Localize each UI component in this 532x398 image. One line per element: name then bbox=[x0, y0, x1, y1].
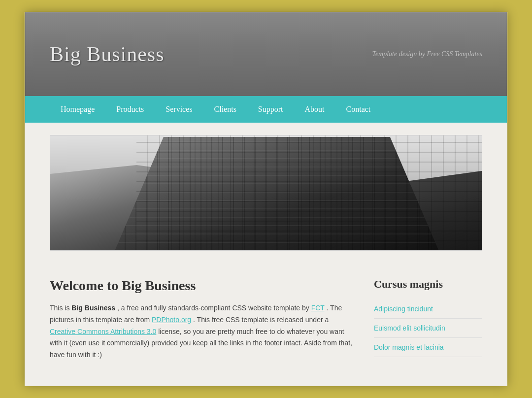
sidebar-item-1[interactable]: Adipiscing tincidunt bbox=[374, 299, 482, 319]
nav-link-homepage[interactable]: Homepage bbox=[50, 96, 105, 123]
creative-commons-link[interactable]: Creative Commons Attributions 3.0 bbox=[50, 328, 156, 335]
paragraph-intro: This is bbox=[50, 304, 71, 312]
nav-list: Homepage Products Services Clients Suppo… bbox=[50, 96, 482, 123]
paragraph-part1: , a free and fully standards-compliant C… bbox=[117, 304, 311, 312]
nav-link-clients[interactable]: Clients bbox=[203, 96, 247, 123]
paragraph-part3: . This free CSS template is released und… bbox=[193, 316, 329, 324]
site-tagline: Template design by Free CSS Templates bbox=[372, 50, 482, 58]
main-nav: Homepage Products Services Clients Suppo… bbox=[25, 96, 507, 123]
sidebar-link-2[interactable]: Euismod elit sollicitudin bbox=[374, 324, 445, 332]
pdphoto-link[interactable]: PDPhoto.org bbox=[152, 316, 191, 324]
bold-site-name: Big Business bbox=[71, 304, 115, 312]
building-shape bbox=[115, 137, 438, 250]
page-wrapper: Big Business Template design by Free CSS… bbox=[25, 12, 507, 386]
sidebar-item-2[interactable]: Euismod elit sollicitudin bbox=[374, 319, 482, 338]
fct-link[interactable]: FCT bbox=[311, 304, 325, 312]
hero-section bbox=[25, 123, 507, 263]
nav-link-contact[interactable]: Contact bbox=[335, 96, 382, 123]
sidebar-heading: Cursus magnis bbox=[374, 278, 482, 291]
sidebar-link-1[interactable]: Adipiscing tincidunt bbox=[374, 305, 433, 313]
site-header: Big Business Template design by Free CSS… bbox=[25, 12, 507, 96]
nav-item-services[interactable]: Services bbox=[155, 96, 203, 123]
main-content: Welcome to Big Business This is Big Busi… bbox=[50, 278, 354, 361]
sidebar-link-3[interactable]: Dolor magnis et lacinia bbox=[374, 343, 444, 351]
nav-link-services[interactable]: Services bbox=[155, 96, 203, 123]
sidebar: Cursus magnis Adipiscing tincidunt Euism… bbox=[374, 278, 482, 361]
nav-item-products[interactable]: Products bbox=[105, 96, 155, 123]
main-paragraph: This is Big Business , a free and fully … bbox=[50, 302, 354, 361]
sidebar-link-list: Adipiscing tincidunt Euismod elit sollic… bbox=[374, 299, 482, 357]
nav-item-homepage[interactable]: Homepage bbox=[50, 96, 105, 123]
sidebar-item-3[interactable]: Dolor magnis et lacinia bbox=[374, 338, 482, 357]
main-heading: Welcome to Big Business bbox=[50, 278, 354, 294]
nav-link-about[interactable]: About bbox=[294, 96, 335, 123]
content-area: Welcome to Big Business This is Big Busi… bbox=[25, 263, 507, 376]
nav-link-support[interactable]: Support bbox=[247, 96, 294, 123]
sky-area bbox=[50, 135, 482, 195]
nav-item-support[interactable]: Support bbox=[247, 96, 294, 123]
site-title: Big Business bbox=[50, 42, 165, 66]
hero-image bbox=[50, 135, 482, 251]
nav-item-clients[interactable]: Clients bbox=[203, 96, 247, 123]
nav-item-contact[interactable]: Contact bbox=[335, 96, 382, 123]
nav-link-products[interactable]: Products bbox=[105, 96, 155, 123]
nav-item-about[interactable]: About bbox=[294, 96, 335, 123]
